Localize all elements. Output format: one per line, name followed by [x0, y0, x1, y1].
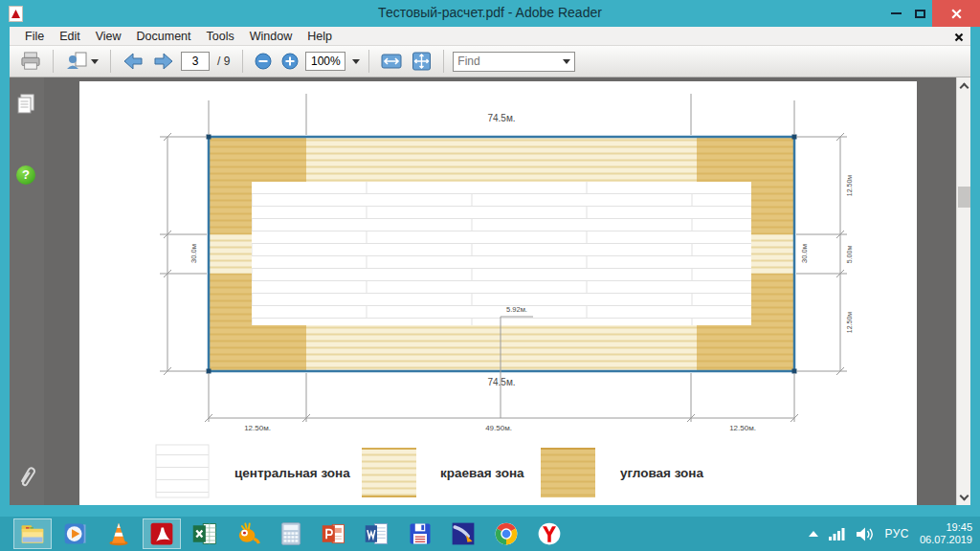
dim-bottom-left-segment: 12.50м.	[244, 424, 271, 432]
taskbar-nero[interactable]	[444, 518, 482, 549]
legend: центральная зона краевая зона угловая зо…	[156, 445, 703, 497]
dim-left-height: 30.0м	[189, 244, 198, 263]
volume-icon[interactable]	[856, 527, 874, 541]
help-icon[interactable]: ?	[16, 165, 35, 185]
scroll-down-icon[interactable]	[957, 490, 971, 505]
toolbar: / 9	[10, 46, 970, 77]
arrow-right-icon	[153, 52, 174, 71]
clock[interactable]: 19:45 06.07.2019	[920, 521, 972, 546]
document-viewer: 74.5м. 74.5м. 30.0м 30.0м 12.50м 5.00м 1…	[44, 77, 956, 505]
chrome-icon	[493, 520, 520, 547]
zoom-dropdown-caret[interactable]	[352, 59, 360, 64]
previous-page-button[interactable]	[120, 50, 146, 73]
print-icon	[20, 52, 41, 71]
find-input[interactable]	[457, 55, 560, 68]
minimize-button[interactable]	[884, 0, 908, 27]
adobe-reader-window: Тестовый-расчет.pdf - Adobe Reader File …	[0, 0, 980, 551]
page-thumbnails-icon[interactable]	[16, 93, 37, 120]
menu-tools[interactable]: Tools	[199, 28, 242, 45]
dim-edge-band-leader: 5.92м.	[506, 305, 527, 314]
fit-page-button[interactable]	[409, 50, 434, 73]
fit-page-icon	[412, 52, 432, 71]
dim-top-width: 74.5м.	[487, 113, 515, 123]
taskbar-media-player[interactable]	[56, 518, 95, 549]
taskbar-calculator[interactable]	[272, 518, 310, 549]
legend-label-edge: краевая зона	[440, 466, 524, 480]
dim-bottom-right-segment: 12.50м.	[729, 424, 756, 432]
hidden-icons-arrow-icon[interactable]	[809, 531, 818, 537]
nero-icon	[450, 520, 477, 547]
network-signal-icon[interactable]	[829, 527, 845, 540]
next-page-button[interactable]	[150, 50, 177, 73]
zoom-out-icon	[255, 53, 272, 70]
menubar: File Edit View Document Tools Window Hel…	[10, 27, 970, 46]
xnview-icon	[234, 520, 261, 547]
taskbar-excel[interactable]	[186, 518, 224, 549]
legend-label-corner: угловая зона	[620, 466, 703, 480]
scrollbar-thumb[interactable]	[958, 187, 970, 208]
page-count-label: / 9	[217, 55, 230, 68]
language-indicator[interactable]: РУС	[884, 527, 909, 540]
vertical-scrollbar[interactable]	[956, 77, 970, 505]
menu-file[interactable]: File	[17, 28, 52, 45]
scroll-up-icon[interactable]	[957, 77, 971, 93]
calculator-icon	[278, 520, 304, 547]
menu-window[interactable]: Window	[242, 28, 300, 45]
dim-right-bottom-segment: 12.50м	[846, 312, 853, 334]
fit-width-icon	[381, 52, 402, 71]
dim-bottom-center-segment: 49.50м.	[485, 424, 512, 432]
system-tray: РУС 19:45 06.07.2019	[809, 517, 972, 551]
arrow-left-icon	[122, 52, 144, 71]
menu-view[interactable]: View	[88, 28, 129, 45]
menu-document[interactable]: Document	[129, 28, 199, 45]
zoom-level-input[interactable]	[305, 52, 345, 71]
menu-edit[interactable]: Edit	[52, 28, 88, 45]
taskbar-chrome[interactable]	[487, 518, 525, 549]
taskbar-vlc[interactable]	[100, 518, 138, 549]
vlc-icon	[105, 520, 132, 547]
dim-bottom-width: 74.5м.	[487, 377, 515, 387]
find-dropdown-caret[interactable]	[563, 59, 570, 64]
share-dropdown-caret	[91, 59, 99, 64]
navigation-sidebar: ?	[10, 77, 44, 505]
page-number-input[interactable]	[181, 52, 210, 71]
fit-width-button[interactable]	[378, 50, 405, 73]
pdf-page: 74.5м. 74.5м. 30.0м 30.0м 12.50м 5.00м 1…	[79, 81, 917, 505]
legend-label-central: центральная зона	[234, 466, 350, 480]
taskbar-powerpoint[interactable]	[315, 518, 353, 549]
maximize-button[interactable]	[908, 0, 932, 27]
zoom-out-button[interactable]	[252, 51, 275, 72]
taskbar-word[interactable]	[358, 518, 396, 549]
close-button[interactable]	[932, 0, 980, 27]
close-icon	[950, 8, 963, 20]
clock-date: 06.07.2019	[920, 534, 972, 546]
excel-icon	[191, 520, 218, 547]
legend-swatch-corner	[541, 448, 595, 497]
taskbar-file-explorer[interactable]	[13, 518, 52, 549]
adobe-reader-icon	[148, 520, 175, 547]
taskbar-xnview[interactable]	[229, 518, 267, 549]
attachments-paperclip-icon[interactable]	[16, 465, 37, 492]
dim-right-height: 30.0м	[800, 244, 809, 263]
taskbar-adobe-reader[interactable]	[143, 518, 181, 549]
zoom-in-button[interactable]	[278, 51, 301, 72]
powerpoint-icon	[321, 520, 347, 547]
share-icon	[65, 51, 88, 72]
clock-time: 19:45	[920, 521, 972, 534]
zoom-in-icon	[281, 53, 299, 70]
legend-swatch-central	[156, 445, 209, 497]
share-button[interactable]	[62, 49, 101, 74]
taskbar-floppy-app[interactable]	[401, 518, 439, 549]
find-box	[453, 52, 575, 72]
menu-help[interactable]: Help	[300, 28, 340, 45]
taskbar: РУС 19:45 06.07.2019	[0, 517, 980, 551]
close-document-icon[interactable]	[953, 30, 965, 47]
taskbar-yandex-browser[interactable]	[530, 518, 568, 549]
zone-plan-drawing: 74.5м. 74.5м. 30.0м 30.0м 12.50м 5.00м 1…	[79, 81, 917, 505]
titlebar: Тестовый-расчет.pdf - Adobe Reader	[0, 0, 980, 27]
yandex-browser-icon	[536, 520, 563, 547]
media-player-icon	[62, 520, 89, 547]
word-icon	[364, 520, 390, 547]
legend-swatch-edge	[362, 448, 416, 497]
print-button[interactable]	[17, 50, 44, 73]
